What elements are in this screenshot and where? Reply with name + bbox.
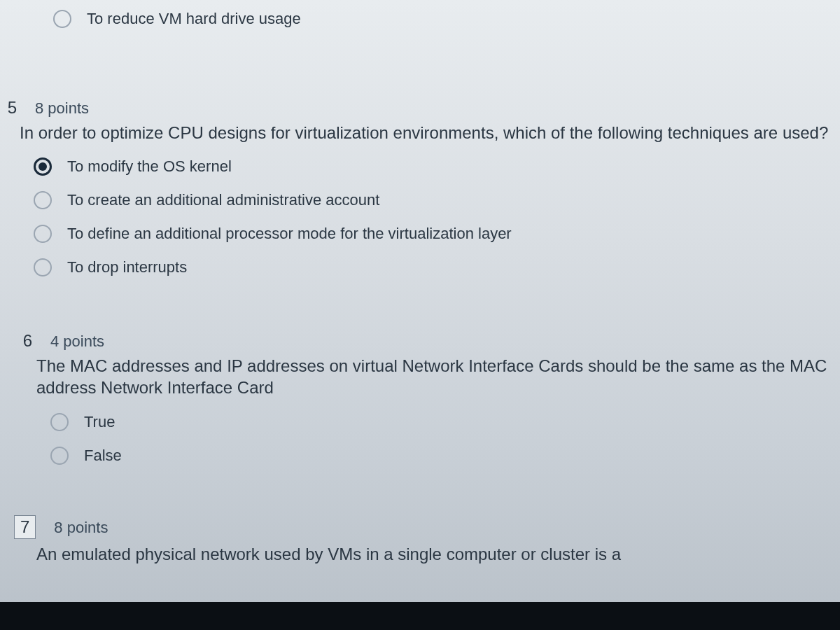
radio-icon [34, 191, 52, 209]
radio-icon [50, 413, 69, 431]
option-row[interactable]: To reduce VM hard drive usage [25, 3, 840, 35]
radio-icon [34, 158, 52, 176]
question-header: 6 4 points [0, 331, 840, 351]
question-number: 6 [11, 331, 32, 351]
option-label: To create an additional administrative a… [67, 191, 379, 209]
question-number: 5 [0, 98, 17, 118]
question-header: 7 8 points [0, 515, 840, 539]
radio-icon [34, 258, 52, 276]
option-row[interactable]: To create an additional administrative a… [34, 191, 840, 209]
question-text: In order to optimize CPU designs for vir… [0, 118, 840, 153]
question-header: 5 8 points [0, 98, 840, 118]
option-label: To reduce VM hard drive usage [87, 10, 301, 28]
bottom-bar [0, 602, 840, 630]
question-text: The MAC addresses and IP addresses on vi… [0, 351, 840, 408]
question-6: 6 4 points The MAC addresses and IP addr… [0, 331, 840, 464]
radio-icon [53, 10, 71, 28]
question-5: 5 8 points In order to optimize CPU desi… [0, 98, 840, 276]
option-label: To drop interrupts [67, 258, 187, 276]
option-row[interactable]: False [50, 447, 840, 465]
option-label: To modify the OS kernel [67, 158, 232, 176]
option-row[interactable]: True [50, 413, 840, 431]
options-list: To modify the OS kernel To create an add… [0, 158, 840, 276]
option-row[interactable]: To drop interrupts [34, 258, 840, 276]
option-label: To define an additional processor mode f… [67, 225, 512, 243]
quiz-container: To reduce VM hard drive usage 5 8 points… [0, 3, 840, 575]
question-text: An emulated physical network used by VMs… [0, 539, 840, 575]
radio-icon [50, 447, 69, 465]
question-7: 7 8 points An emulated physical network … [0, 515, 840, 575]
question-points: 8 points [35, 99, 89, 118]
option-label: False [84, 447, 122, 465]
radio-icon [34, 225, 52, 243]
option-row[interactable]: To define an additional processor mode f… [34, 225, 840, 243]
question-points: 8 points [54, 519, 108, 537]
question-points: 4 points [50, 332, 104, 351]
option-row[interactable]: To modify the OS kernel [34, 158, 840, 176]
question-number: 7 [14, 515, 36, 539]
options-list: True False [0, 413, 840, 465]
option-label: True [84, 413, 115, 431]
